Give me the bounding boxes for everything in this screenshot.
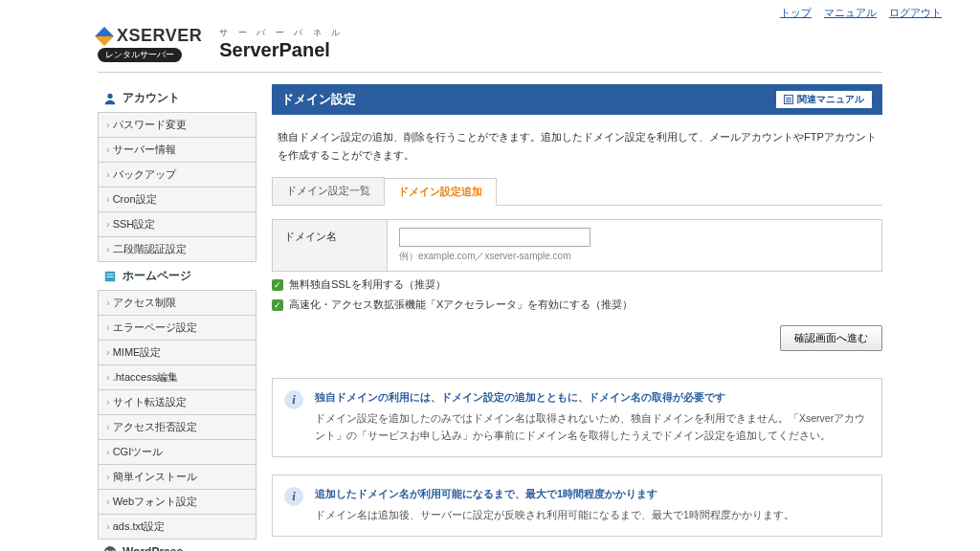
user-icon xyxy=(103,92,117,105)
sidebar-item[interactable]: ›サイト転送設定 xyxy=(98,390,256,415)
ssl-option[interactable]: ✓ 無料独自SSLを利用する（推奨） xyxy=(272,277,882,292)
tab[interactable]: ドメイン設定一覧 xyxy=(272,177,385,205)
check-icon: ✓ xyxy=(272,279,283,291)
sidebar-item[interactable]: ›SSH設定 xyxy=(98,212,256,237)
info-body: ドメイン名は追加後、サーバーに設定が反映され利用可能になるまで、最大で1時間程度… xyxy=(315,507,868,524)
domain-form: ドメイン名 例）example.com／xserver-sample.com xyxy=(272,219,882,272)
domain-hint: 例）example.com／xserver-sample.com xyxy=(399,250,870,263)
sidebar-item[interactable]: ›サーバー情報 xyxy=(98,138,256,163)
arrow-icon: › xyxy=(106,346,110,358)
arrow-icon: › xyxy=(106,471,110,482)
sidebar: アカウント›パスワード変更›サーバー情報›バックアップ›Cron設定›SSH設定… xyxy=(98,84,256,551)
logo-diamond-icon xyxy=(95,27,114,46)
arrow-icon: › xyxy=(106,143,110,155)
arrow-icon: › xyxy=(106,371,110,383)
svg-text:W: W xyxy=(106,548,115,552)
arrow-icon: › xyxy=(106,218,110,230)
header: XSERVER レンタルサーバー サ ー バ ー パ ネ ル ServerPan… xyxy=(98,20,882,73)
domain-label: ドメイン名 xyxy=(273,220,388,272)
sidebar-section-title: WWordPress xyxy=(98,540,256,551)
sidebar-item[interactable]: ›バックアップ xyxy=(98,163,256,187)
arrow-icon: › xyxy=(106,243,110,254)
arrow-icon: › xyxy=(106,321,110,333)
sidebar-section-title: アカウント xyxy=(98,84,256,112)
info-icon: i xyxy=(284,390,303,409)
sidebar-section-title: ホームページ xyxy=(98,262,256,290)
content-title-bar: ドメイン設定 関連マニュアル xyxy=(272,84,882,115)
accelerator-option[interactable]: ✓ 高速化・アクセス数拡張機能「Xアクセラレータ」を有効にする（推奨） xyxy=(272,298,882,312)
sidebar-item[interactable]: ›MIME設定 xyxy=(98,341,256,365)
check-icon: ✓ xyxy=(272,299,283,311)
sidebar-item[interactable]: ›パスワード変更 xyxy=(98,113,256,138)
sidebar-item[interactable]: ›CGIツール xyxy=(98,440,256,465)
svg-point-0 xyxy=(107,93,112,98)
content-description: 独自ドメイン設定の追加、削除を行うことができます。追加したドメイン設定を利用して… xyxy=(272,115,882,177)
sidebar-item[interactable]: ›.htaccess編集 xyxy=(98,365,256,390)
info-title: 独自ドメインの利用には、ドメイン設定の追加とともに、ドメイン名の取得が必要です xyxy=(315,390,868,405)
info-icon: i xyxy=(284,487,303,506)
arrow-icon: › xyxy=(106,421,110,432)
brand-badge: レンタルサーバー xyxy=(98,48,182,62)
sidebar-item[interactable]: ›アクセス制限 xyxy=(98,291,256,316)
content-title: ドメイン設定 xyxy=(281,91,356,108)
related-manual-link[interactable]: 関連マニュアル xyxy=(775,90,873,109)
sidebar-item[interactable]: ›Cron設定 xyxy=(98,187,256,212)
arrow-icon: › xyxy=(106,520,110,532)
main-content: ドメイン設定 関連マニュアル 独自ドメイン設定の追加、削除を行うことができます。… xyxy=(272,84,882,551)
confirm-button[interactable]: 確認画面へ進む xyxy=(780,325,882,351)
link-manual[interactable]: マニュアル xyxy=(824,7,877,18)
svg-rect-2 xyxy=(107,274,114,275)
top-links: トップ マニュアル ログアウト xyxy=(0,0,980,20)
sidebar-item[interactable]: ›Webフォント設定 xyxy=(98,490,256,515)
arrow-icon: › xyxy=(106,446,110,457)
sidebar-item[interactable]: ›アクセス拒否設定 xyxy=(98,415,256,440)
tabs: ドメイン設定一覧ドメイン設定追加 xyxy=(272,177,882,206)
arrow-icon: › xyxy=(106,496,110,507)
panel-title: ServerPanel xyxy=(219,39,344,61)
svg-rect-3 xyxy=(107,276,114,277)
info-box: i追加したドメイン名が利用可能になるまで、最大で1時間程度かかりますドメイン名は… xyxy=(272,474,882,537)
sidebar-item[interactable]: ›エラーページ設定 xyxy=(98,316,256,341)
tab[interactable]: ドメイン設定追加 xyxy=(384,178,497,206)
arrow-icon: › xyxy=(106,396,110,408)
arrow-icon: › xyxy=(106,297,110,308)
sidebar-item[interactable]: ›簡単インストール xyxy=(98,465,256,490)
arrow-icon: › xyxy=(106,193,110,205)
sidebar-item[interactable]: ›ads.txt設定 xyxy=(98,515,256,540)
manual-icon xyxy=(784,95,793,104)
info-box: i独自ドメインの利用には、ドメイン設定の追加とともに、ドメイン名の取得が必要です… xyxy=(272,378,882,457)
page-icon xyxy=(103,270,117,283)
sidebar-item[interactable]: ›二段階認証設定 xyxy=(98,237,256,262)
panel-kana: サ ー バ ー パ ネ ル xyxy=(219,27,344,39)
brand-name: XSERVER xyxy=(117,26,202,46)
link-logout[interactable]: ログアウト xyxy=(889,7,942,18)
wp-icon: W xyxy=(103,545,117,551)
brand-logo: XSERVER レンタルサーバー xyxy=(98,26,202,62)
info-title: 追加したドメイン名が利用可能になるまで、最大で1時間程度かかります xyxy=(315,487,868,501)
arrow-icon: › xyxy=(106,168,110,180)
link-top[interactable]: トップ xyxy=(780,7,812,18)
arrow-icon: › xyxy=(106,119,110,130)
domain-input[interactable] xyxy=(399,228,590,247)
info-body: ドメイン設定を追加したのみではドメイン名は取得されないため、独自ドメインを利用で… xyxy=(315,410,868,445)
